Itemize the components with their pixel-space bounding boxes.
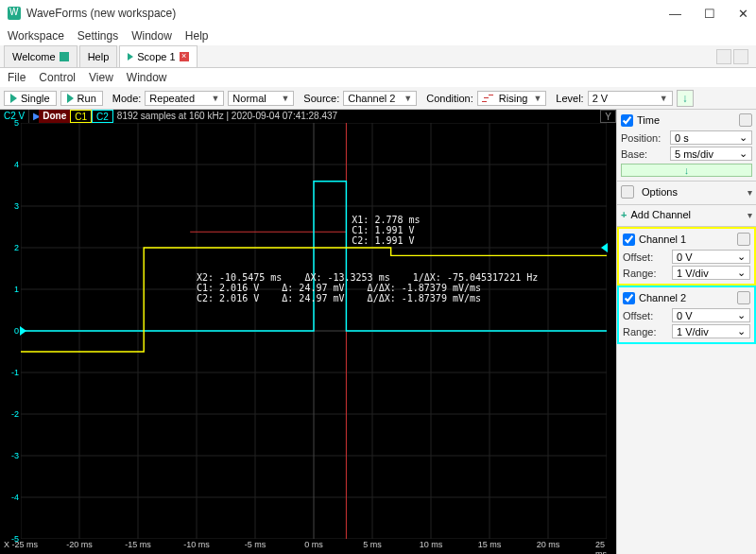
ch1-offset-value: 0 V xyxy=(677,251,693,263)
dock-right-button[interactable] xyxy=(733,49,748,64)
close-button[interactable]: ✕ xyxy=(738,7,748,21)
tab-help[interactable]: Help xyxy=(79,45,118,67)
minimize-button[interactable]: — xyxy=(669,7,681,21)
trigger-level-marker[interactable] xyxy=(601,243,608,252)
tab-bar: Welcome Help Scope 1 × xyxy=(0,45,756,68)
autoset-button[interactable]: ↓ xyxy=(621,164,752,177)
badge-c2[interactable]: C2 xyxy=(92,110,113,123)
ch2-range-value: 1 V/div xyxy=(677,326,709,338)
source-value: Channel 2 xyxy=(348,93,395,104)
dock-left-button[interactable] xyxy=(716,49,731,64)
plot-canvas[interactable]: X1: 2.778 ms C1: 1.991 V C2: 1.991 V X2:… xyxy=(21,123,607,539)
app-logo-icon xyxy=(8,7,21,20)
position-input[interactable]: 0 s⌄ xyxy=(670,130,752,145)
menu-window[interactable]: Window xyxy=(131,29,172,43)
menu-workspace[interactable]: Workspace xyxy=(8,29,64,43)
ch1-range-input[interactable]: 1 V/div⌄ xyxy=(672,266,750,280)
close-tab-icon[interactable]: × xyxy=(180,52,189,61)
tab-scope1-label: Scope 1 xyxy=(137,51,175,62)
menu-file[interactable]: File xyxy=(8,71,26,84)
ytick: -1 xyxy=(11,368,19,377)
plus-icon: + xyxy=(621,209,627,220)
channel2-group: Channel 2 Offset: 0 V⌄ Range: 1 V/div⌄ xyxy=(617,286,756,344)
base-input[interactable]: 5 ms/div⌄ xyxy=(670,147,752,161)
xtick: 10 ms xyxy=(420,540,443,549)
sweep-select[interactable]: Normal▼ xyxy=(228,91,294,106)
options-group[interactable]: Options▾ xyxy=(617,182,756,205)
chevron-down-icon: ⌄ xyxy=(737,325,746,338)
ch2-range-input[interactable]: 1 V/div⌄ xyxy=(672,324,750,338)
menu-control[interactable]: Control xyxy=(39,71,76,84)
mode-select[interactable]: Repeated▼ xyxy=(145,91,224,106)
y-menu-button[interactable]: Y xyxy=(600,110,616,123)
scope-area[interactable]: C2 V ▶ Done C1 C2 8192 samples at 160 kH… xyxy=(0,110,616,554)
xtick: -20 ms xyxy=(66,540,93,549)
level-input[interactable]: 2 V▼ xyxy=(588,91,673,106)
channel1-enable-checkbox[interactable] xyxy=(623,234,635,246)
tab-welcome[interactable]: Welcome xyxy=(4,45,77,67)
add-channel-group[interactable]: +Add Channel▾ xyxy=(617,205,756,227)
ytick: 5 xyxy=(14,118,19,128)
ytick: -2 xyxy=(11,409,19,419)
channel2-enable-checkbox[interactable] xyxy=(623,292,635,304)
rising-edge-icon xyxy=(482,93,493,104)
menu-window2[interactable]: Window xyxy=(127,71,167,84)
condition-label: Condition: xyxy=(426,93,473,104)
side-panel: Time Position: 0 s⌄ Base: 5 ms/div⌄ ↓ Op… xyxy=(616,110,756,554)
xtick: -5 ms xyxy=(245,540,266,549)
level-label: Level: xyxy=(556,93,583,104)
mode-label: Mode: xyxy=(112,93,142,104)
chevron-down-icon: ▼ xyxy=(660,94,668,103)
x-menu-label[interactable]: X xyxy=(4,540,9,549)
badge-c1[interactable]: C1 xyxy=(70,110,92,123)
chevron-down-icon: ⌄ xyxy=(737,309,746,321)
ch2-offset-label: Offset: xyxy=(623,310,668,321)
chevron-down-icon: ⌄ xyxy=(739,147,747,160)
chevron-down-icon: ⌄ xyxy=(739,131,747,144)
tab-help-label: Help xyxy=(88,51,110,62)
xtick: 20 ms xyxy=(537,540,560,549)
gear-icon[interactable] xyxy=(737,291,750,304)
xtick: 15 ms xyxy=(478,540,502,549)
run-play-icon xyxy=(67,94,74,103)
channel1-group: Channel 1 Offset: 0 V⌄ Range: 1 V/div⌄ xyxy=(617,227,756,286)
chevron-down-icon: ⌄ xyxy=(737,267,746,279)
time-group-label: Time xyxy=(637,114,660,126)
gear-icon xyxy=(621,185,634,199)
single-play-icon xyxy=(10,94,17,103)
sweep-value: Normal xyxy=(232,93,266,104)
options-label: Options xyxy=(642,186,678,198)
run-label: Run xyxy=(77,93,96,104)
gear-icon[interactable] xyxy=(739,113,752,127)
gear-icon[interactable] xyxy=(737,233,750,246)
menu-view[interactable]: View xyxy=(89,71,113,84)
tab-scope1[interactable]: Scope 1 × xyxy=(119,45,197,67)
ytick: 3 xyxy=(14,201,19,211)
auto-level-button[interactable]: ↓ xyxy=(677,90,694,107)
maximize-button[interactable]: ☐ xyxy=(704,7,715,21)
base-label: Base: xyxy=(621,148,666,160)
time-enable-checkbox[interactable] xyxy=(621,114,633,127)
tab-welcome-label: Welcome xyxy=(12,51,56,62)
y-axis: 5 4 3 2 1 0 -1 -2 -3 -4 -5 xyxy=(0,123,21,539)
ch1-offset-input[interactable]: 0 V⌄ xyxy=(672,250,750,264)
ch2-offset-input[interactable]: 0 V⌄ xyxy=(672,308,750,322)
ground-marker-c2[interactable] xyxy=(20,326,26,336)
menu-settings[interactable]: Settings xyxy=(77,29,118,43)
condition-select[interactable]: Rising▼ xyxy=(477,91,547,106)
source-select[interactable]: Channel 2▼ xyxy=(343,91,417,106)
channel2-label: Channel 2 xyxy=(639,292,686,303)
acquisition-info: 8192 samples at 160 kHz | 2020-09-04 07:… xyxy=(113,110,341,123)
mode-value: Repeated xyxy=(149,93,195,104)
chevron-down-icon: ▼ xyxy=(281,94,289,103)
window-title: WaveForms (new workspace) xyxy=(26,7,176,20)
menu-help[interactable]: Help xyxy=(185,29,209,43)
source-label: Source: xyxy=(303,93,339,104)
plot-svg xyxy=(21,123,607,539)
status-done: Done xyxy=(39,110,70,123)
ytick: 2 xyxy=(14,243,19,252)
run-button[interactable]: Run xyxy=(60,91,103,106)
cursor2-readout: X2: -10.5475 ms ΔX: -13.3253 ms 1/ΔX: -7… xyxy=(197,272,538,303)
single-button[interactable]: Single xyxy=(4,91,57,106)
ytick: -3 xyxy=(11,451,19,460)
